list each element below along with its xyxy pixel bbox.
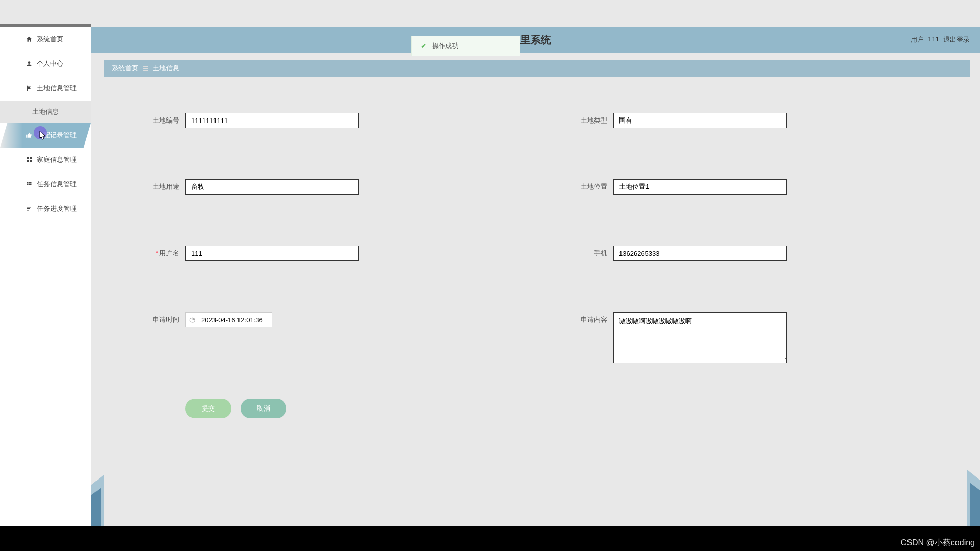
sidebar-item-profile[interactable]: 个人中心 xyxy=(0,52,91,76)
svg-rect-8 xyxy=(27,184,28,185)
person-icon xyxy=(26,60,33,67)
label-apply-content: 申请内容 xyxy=(552,312,613,324)
form-row-land-use: 土地用途 xyxy=(124,179,521,195)
toast-message: 操作成功 xyxy=(432,41,459,51)
breadcrumb-home[interactable]: 系统首页 xyxy=(112,64,138,73)
username-display: 111 xyxy=(928,35,939,44)
label-land-location: 土地位置 xyxy=(552,179,613,191)
svg-rect-9 xyxy=(29,184,30,185)
form-row-land-location: 土地位置 xyxy=(552,179,949,195)
home-icon xyxy=(26,36,33,43)
form-actions: 提交 取消 xyxy=(124,399,949,418)
user-label: 用户 xyxy=(911,35,924,44)
check-icon: ✔ xyxy=(421,42,427,50)
label-apply-time: 申请时间 xyxy=(124,312,185,324)
sidebar-item-label: 土地信息管理 xyxy=(26,84,77,93)
svg-rect-4 xyxy=(30,160,32,162)
svg-rect-11 xyxy=(27,207,31,208)
form-row-apply-content: 申请内容 xyxy=(552,312,949,363)
label-phone: 手机 xyxy=(552,246,613,258)
sidebar-subitem-land-info[interactable]: 土地信息 xyxy=(0,101,91,123)
form-row-apply-time: 申请时间 ◔ xyxy=(124,312,521,363)
form-row-phone: 手机 xyxy=(552,246,949,261)
svg-point-0 xyxy=(28,61,31,64)
success-toast: ✔ 操作成功 xyxy=(411,36,520,56)
flag-icon xyxy=(26,85,33,92)
content-panel: 系统首页 ☰ 土地信息 土地编号 土地类型 土地用途 土地位置 *用户名 xyxy=(104,60,970,439)
sidebar: 系统首页 个人中心 土地信息管理 土地信息 分配记录管理 xyxy=(0,27,91,526)
sidebar-item-label: 任务进度管理 xyxy=(26,204,77,213)
submit-button[interactable]: 提交 xyxy=(185,399,231,418)
label-username: *用户名 xyxy=(124,246,185,258)
cursor-highlight xyxy=(34,126,47,139)
grid2-icon xyxy=(26,181,33,188)
sidebar-item-task-info[interactable]: 任务信息管理 xyxy=(0,172,91,197)
corner-decoration-right xyxy=(954,465,980,526)
input-land-id[interactable] xyxy=(185,113,359,128)
form: 土地编号 土地类型 土地用途 土地位置 *用户名 手机 xyxy=(104,77,970,439)
svg-rect-5 xyxy=(27,182,28,183)
input-land-use[interactable] xyxy=(185,179,359,195)
label-land-id: 土地编号 xyxy=(124,113,185,125)
label-land-type: 土地类型 xyxy=(552,113,613,125)
input-phone[interactable] xyxy=(613,246,787,261)
breadcrumb: 系统首页 ☰ 土地信息 xyxy=(104,60,970,77)
clock-icon: ◔ xyxy=(189,316,195,323)
input-land-type[interactable] xyxy=(613,113,787,128)
header: 里系统 用户 111 退出登录 xyxy=(91,27,980,53)
label-land-use: 土地用途 xyxy=(124,179,185,191)
textarea-apply-content[interactable] xyxy=(613,312,787,363)
svg-rect-12 xyxy=(27,208,30,209)
sidebar-item-label: 分配记录管理 xyxy=(26,131,77,140)
input-land-location[interactable] xyxy=(613,179,787,195)
logout-link[interactable]: 退出登录 xyxy=(943,35,970,44)
list-icon xyxy=(26,205,33,212)
cancel-button[interactable]: 取消 xyxy=(241,399,286,418)
form-row-land-type: 土地类型 xyxy=(552,113,949,128)
corner-decoration-left xyxy=(91,465,116,526)
form-row-username: *用户名 xyxy=(124,246,521,261)
svg-rect-1 xyxy=(27,157,29,159)
thumb-icon xyxy=(26,132,33,139)
input-username[interactable] xyxy=(185,246,359,261)
svg-marker-17 xyxy=(970,483,980,526)
sidebar-item-label: 任务信息管理 xyxy=(26,180,77,189)
sidebar-item-label: 家庭信息管理 xyxy=(26,155,77,164)
watermark: CSDN @小蔡coding xyxy=(901,538,975,548)
sidebar-subitem-label: 土地信息 xyxy=(32,107,59,116)
form-row-land-id: 土地编号 xyxy=(124,113,521,128)
app-title: 里系统 xyxy=(520,33,551,47)
sidebar-item-task-progress[interactable]: 任务进度管理 xyxy=(0,197,91,221)
svg-rect-3 xyxy=(27,160,29,162)
breadcrumb-current: 土地信息 xyxy=(153,64,179,73)
sidebar-item-family[interactable]: 家庭信息管理 xyxy=(0,148,91,172)
svg-rect-7 xyxy=(30,182,32,183)
svg-rect-13 xyxy=(27,210,29,211)
svg-rect-10 xyxy=(30,184,32,185)
input-apply-time[interactable] xyxy=(185,312,272,327)
sidebar-item-land-manage[interactable]: 土地信息管理 xyxy=(0,76,91,101)
svg-rect-6 xyxy=(29,182,30,183)
grid-icon xyxy=(26,156,33,163)
svg-rect-2 xyxy=(30,157,32,159)
sidebar-item-home[interactable]: 系统首页 xyxy=(0,27,91,52)
breadcrumb-sep-icon: ☰ xyxy=(142,65,149,73)
